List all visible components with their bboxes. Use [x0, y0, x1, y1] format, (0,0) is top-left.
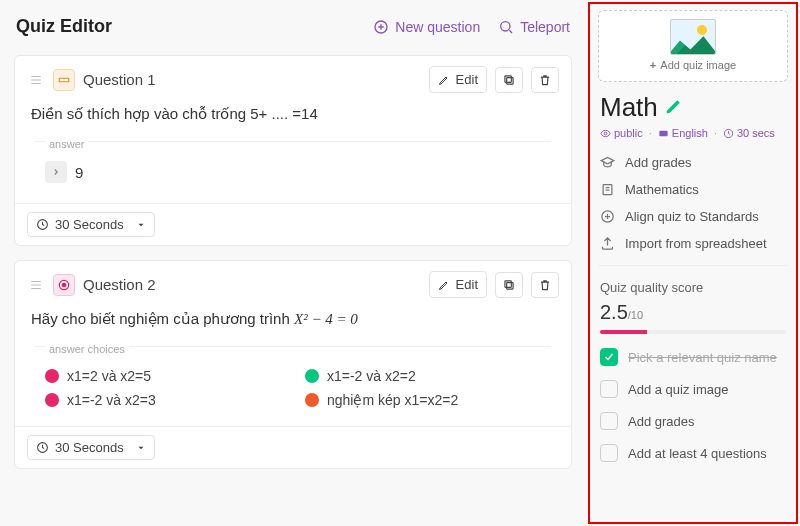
svg-rect-9 — [505, 280, 511, 286]
svg-rect-8 — [507, 282, 513, 288]
question-body: Điền số thích hợp vào chỗ trống 5+ .... … — [15, 103, 571, 203]
answer-row: 9 — [45, 161, 555, 183]
add-quiz-image-drop[interactable]: +Add quiz image — [598, 10, 788, 82]
pencil-icon — [438, 279, 450, 291]
svg-rect-12 — [659, 130, 667, 136]
plus-circle-icon — [373, 19, 389, 35]
quality-title: Quiz quality score — [600, 280, 786, 295]
choice-option[interactable]: x1=-2 và x2=2 — [305, 368, 541, 384]
question-header: Question 2 Edit — [15, 261, 571, 308]
editor-header: Quiz Editor New question Teleport — [16, 16, 570, 37]
new-question-button[interactable]: New question — [373, 19, 480, 35]
quality-score: 2.5/10 — [600, 301, 786, 324]
svg-point-11 — [604, 132, 607, 135]
checkbox-checked-icon — [600, 348, 618, 366]
drag-handle[interactable] — [27, 71, 45, 89]
visibility-chip[interactable]: public — [600, 127, 643, 139]
question-type-mc-icon — [53, 274, 75, 296]
question-text: Hãy cho biết nghiệm của phương trình X² … — [31, 310, 555, 328]
grip-icon — [29, 278, 43, 292]
duplicate-button[interactable] — [495, 272, 523, 298]
svg-point-7 — [62, 283, 66, 287]
chevron-right-icon — [45, 161, 67, 183]
copy-icon — [502, 73, 516, 87]
checkbox-empty-icon — [600, 444, 618, 462]
quality-section: Quiz quality score 2.5/10 Pick a relevan… — [598, 266, 788, 476]
teleport-button[interactable]: Teleport — [498, 19, 570, 35]
sidebar: +Add quiz image Math public · English · … — [586, 0, 800, 526]
caret-down-icon — [136, 443, 146, 453]
clock-icon — [36, 218, 49, 231]
subject-link[interactable]: Mathematics — [600, 182, 786, 197]
edit-button[interactable]: Edit — [429, 271, 487, 298]
delete-button[interactable] — [531, 272, 559, 298]
duplicate-button[interactable] — [495, 67, 523, 93]
drag-handle[interactable] — [27, 276, 45, 294]
image-placeholder-icon — [670, 19, 716, 55]
time-dropdown[interactable]: 30 Seconds — [27, 212, 155, 237]
question-text: Điền số thích hợp vào chỗ trống 5+ .... … — [31, 105, 555, 123]
trash-icon — [538, 73, 552, 87]
upload-icon — [600, 236, 615, 251]
edit-button[interactable]: Edit — [429, 66, 487, 93]
choice-option[interactable]: nghiệm kép x1=x2=2 — [305, 392, 541, 408]
eye-icon — [600, 128, 611, 139]
svg-rect-2 — [59, 78, 68, 82]
choices-legend: answer choices — [45, 343, 129, 355]
search-icon — [498, 19, 514, 35]
question-title: Question 2 — [83, 276, 156, 293]
svg-rect-4 — [505, 75, 511, 81]
question-card: Question 2 Edit Hãy cho biết nghiệm của … — [14, 260, 572, 469]
quiz-meta: public · English · 30 secs — [600, 127, 786, 139]
choice-option[interactable]: x1=2 và x2=5 — [45, 368, 281, 384]
quiz-name: Math — [600, 92, 658, 123]
clock-icon — [36, 441, 49, 454]
quality-check-name[interactable]: Pick a relevant quiz name — [600, 348, 786, 366]
choice-grid: x1=2 và x2=5 x1=-2 và x2=2 x1=-2 và x2=3… — [45, 368, 541, 408]
choice-option[interactable]: x1=-2 và x2=3 — [45, 392, 281, 408]
copy-icon — [502, 278, 516, 292]
page-title: Quiz Editor — [16, 16, 355, 37]
check-icon — [603, 351, 615, 363]
quality-check-grades[interactable]: Add grades — [600, 412, 786, 430]
edit-name-button[interactable] — [664, 96, 684, 120]
checkbox-empty-icon — [600, 412, 618, 430]
question-header: Question 1 Edit — [15, 56, 571, 103]
svg-rect-3 — [507, 77, 513, 83]
svg-point-1 — [501, 21, 510, 30]
time-dropdown[interactable]: 30 Seconds — [27, 435, 155, 460]
quality-progress-bar — [600, 330, 786, 334]
grip-icon — [29, 73, 43, 87]
editor-main: Quiz Editor New question Teleport Questi… — [0, 0, 586, 526]
import-spreadsheet-link[interactable]: Import from spreadsheet — [600, 236, 786, 251]
caret-down-icon — [136, 220, 146, 230]
graduation-cap-icon — [600, 155, 615, 170]
answer-value: 9 — [75, 164, 83, 181]
duration-chip[interactable]: 30 secs — [723, 127, 775, 139]
quality-check-questions[interactable]: Add at least 4 questions — [600, 444, 786, 462]
clock-icon — [723, 128, 734, 139]
question-title: Question 1 — [83, 71, 156, 88]
answer-legend: answer — [45, 138, 88, 150]
align-standards-link[interactable]: Align quiz to Standards — [600, 209, 786, 224]
pencil-icon — [438, 74, 450, 86]
question-body: Hãy cho biết nghiệm của phương trình X² … — [15, 308, 571, 426]
language-chip[interactable]: English — [658, 127, 708, 139]
delete-button[interactable] — [531, 67, 559, 93]
pencil-icon — [664, 96, 684, 116]
question-type-open-icon — [53, 69, 75, 91]
question-card: Question 1 Edit Điền số thích hợp vào ch… — [14, 55, 572, 246]
plus-circle-icon — [600, 209, 615, 224]
quality-check-image[interactable]: Add a quiz image — [600, 380, 786, 398]
checkbox-empty-icon — [600, 380, 618, 398]
equation: X² − 4 = 0 — [294, 311, 358, 327]
add-grades-link[interactable]: Add grades — [600, 155, 786, 170]
trash-icon — [538, 278, 552, 292]
document-icon — [600, 182, 615, 197]
language-icon — [658, 128, 669, 139]
